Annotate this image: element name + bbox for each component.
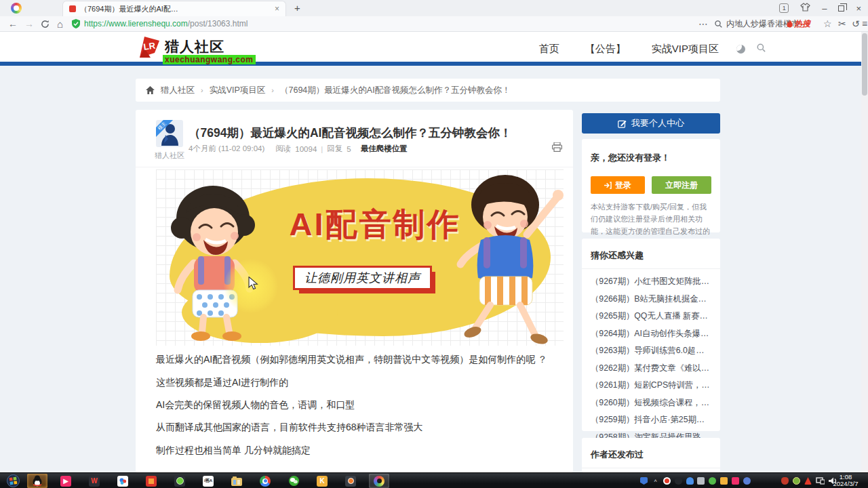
taskbar-chrome-icon[interactable] <box>255 474 275 488</box>
edit-pencil-icon <box>618 119 627 128</box>
home-icon[interactable]: ⌂ <box>57 16 63 31</box>
close-window-button[interactable]: × <box>856 4 861 13</box>
taskbar-orange-app-icon[interactable] <box>141 474 161 488</box>
login-button[interactable]: 登录 <box>591 176 645 194</box>
refresh-icon[interactable] <box>41 16 50 31</box>
interest-item[interactable]: （9259期）抖音小店·第25期，百分百… <box>591 411 711 429</box>
tab-title: （7694期）最近爆火的AI配… <box>80 4 271 14</box>
tray-record-icon[interactable] <box>663 477 671 485</box>
skin-icon[interactable] <box>800 2 810 14</box>
scrollbar-thumb[interactable] <box>862 33 867 96</box>
nav-vip-zone[interactable]: 实战VIP项目区 <box>652 43 719 56</box>
best-floor-link[interactable]: 最佳爬楼位置 <box>361 144 408 154</box>
tray-alert-icon[interactable] <box>804 477 812 485</box>
hero-title: AI配音制作 <box>258 203 492 246</box>
tray-cloud-icon[interactable] <box>686 477 694 485</box>
personal-center-button[interactable]: 我要个人中心 <box>582 113 720 134</box>
browser-logo-icon[interactable] <box>11 3 22 14</box>
taskbar-qq-icon[interactable] <box>27 474 47 488</box>
login-label: 登录 <box>615 180 631 191</box>
tab-close-icon[interactable]: × <box>275 5 279 13</box>
system-clock[interactable]: 1:08 2024/3/7 <box>826 474 865 488</box>
nav-home[interactable]: 首页 <box>539 43 559 56</box>
tray-network-icon[interactable] <box>816 475 825 487</box>
author-posts-card: 作者还发布过 <box>582 438 720 472</box>
author-name[interactable]: 猎人社区 <box>148 150 191 161</box>
taskbar-video-app-icon[interactable]: ▶ <box>56 474 76 488</box>
browser-tab[interactable]: （7694期）最近爆火的AI配… × <box>62 1 286 16</box>
breadcrumb: 猎人社区 › 实战VIP项目区 › （7694期）最近爆火的AI配音视频怎么制作… <box>136 79 720 102</box>
screen: （7694期）最近爆火的AI配… × + 1 – × ← → ⌂ https:/… <box>0 0 868 488</box>
taskbar-notes-app-icon[interactable]: /画A <box>198 474 218 488</box>
breadcrumb-site[interactable]: 猎人社区 <box>161 85 195 96</box>
dark-mode-moon-icon[interactable] <box>736 45 745 54</box>
flame-icon <box>787 20 793 28</box>
restore-button[interactable] <box>838 5 844 12</box>
forward-icon[interactable]: → <box>24 16 34 31</box>
site-logo[interactable]: LR 猎人社区 xuechuangwang.com <box>134 35 224 62</box>
tray-dark-app-icon[interactable] <box>675 477 682 485</box>
article-card: 楼主 猎人社区 （7694期）最近爆火的AI配音视频怎么制作？五分钟教会你！ 4… <box>136 110 573 472</box>
divider <box>582 468 720 468</box>
taskbar-file-manager-icon[interactable] <box>226 474 247 488</box>
taskbar-wechat-icon[interactable] <box>283 474 304 488</box>
tray-pink-app-icon[interactable] <box>732 477 739 485</box>
interest-item[interactable]: （9265期）QQ无人直播 新赛道新玩法 … <box>591 308 711 325</box>
tab-count-badge[interactable]: 1 <box>779 3 789 13</box>
breadcrumb-separator: › <box>201 86 203 94</box>
interest-item[interactable]: （9263期）导师训练营6.0超硬核变现… <box>591 342 711 360</box>
interest-item[interactable]: （9260期）短视频综合课程，剪辑课+… <box>591 394 711 412</box>
register-button[interactable]: 立即注册 <box>652 176 711 194</box>
site-search-icon[interactable] <box>756 43 766 56</box>
tray-pin-icon[interactable] <box>640 477 648 485</box>
back-icon[interactable]: ← <box>8 16 18 31</box>
start-button[interactable] <box>3 474 23 488</box>
taskbar-recorder-icon[interactable] <box>340 474 361 488</box>
breadcrumb-section[interactable]: 实战VIP项目区 <box>210 85 266 96</box>
tray-security-icon[interactable] <box>781 477 789 485</box>
page-scrollbar[interactable] <box>861 32 868 472</box>
new-tab-button[interactable]: + <box>294 2 300 14</box>
login-prompt: 亲，您还没有登录！ <box>591 152 711 164</box>
print-icon[interactable] <box>552 142 562 155</box>
author-avatar[interactable]: 楼主 <box>156 120 183 147</box>
interest-item[interactable]: （9262期）某付费文章《难以 想象，这… <box>591 360 711 378</box>
tray-chevron-icon[interactable]: ˄ <box>652 477 659 485</box>
taskbar-green-app-icon[interactable] <box>170 474 190 488</box>
system-tray-group-1: ˄ <box>640 474 694 488</box>
minimize-button[interactable]: – <box>822 4 827 13</box>
interest-item[interactable]: （9261期）短剧CPS特训营，百亿市场… <box>591 377 711 394</box>
breadcrumb-current: （7694期）最近爆火的AI配音视频怎么制作？五分钟教会你！ <box>280 85 511 96</box>
replies-label: 回复 <box>327 144 342 154</box>
interest-item[interactable]: （9264期）AI自动创作头条爆文最新玩… <box>591 325 711 343</box>
more-options-icon[interactable]: ⋯ <box>698 16 708 31</box>
scissors-icon[interactable]: ✂ <box>838 16 846 31</box>
interest-heading: 猜你还感兴趣 <box>591 247 711 262</box>
search-icon[interactable] <box>714 16 723 31</box>
nav-announcement[interactable]: 【公告】 <box>585 43 626 56</box>
interest-card: 猜你还感兴趣 （9267期）小红书图文矩阵批量做图工… （9266期）B站无脑挂… <box>582 239 720 431</box>
tray-printer-icon[interactable] <box>697 477 705 485</box>
bookmark-star-icon[interactable]: ☆ <box>823 16 832 31</box>
taskbar-blue-suite-icon[interactable] <box>113 474 133 488</box>
logo-domain: xuechuangwang.com <box>163 55 256 64</box>
tray-folder-icon[interactable] <box>720 477 728 485</box>
taskbar-browser-icon[interactable] <box>369 474 389 488</box>
tray-gear-icon[interactable] <box>793 477 800 485</box>
interest-item[interactable]: （9267期）小红书图文矩阵批量做图工… <box>591 273 711 291</box>
security-shield-icon[interactable] <box>72 16 80 31</box>
url-text[interactable]: https://www.lierenshequ.com/post/13063.h… <box>84 16 248 31</box>
tray-settings-icon[interactable] <box>743 477 751 485</box>
divider <box>136 167 573 167</box>
menu-icon[interactable]: ≡ <box>862 16 867 31</box>
login-arrow-icon <box>604 182 612 189</box>
site-nav: 首页 【公告】 实战VIP项目区 <box>539 32 719 66</box>
taskbar-wps-icon[interactable]: W <box>84 474 104 488</box>
hot-search-badge[interactable]: 热搜 <box>787 16 810 31</box>
taskbar-kuaishou-icon[interactable]: K <box>312 474 332 488</box>
site-header: LR 猎人社区 xuechuangwang.com 首页 【公告】 实战VIP项… <box>0 32 868 66</box>
tray-green-shield-icon[interactable] <box>709 477 716 485</box>
undo-icon[interactable]: ↺ <box>852 16 860 31</box>
post-paragraph: 制作过程也相当简单 几分钟就能搞定 <box>156 445 553 457</box>
interest-item[interactable]: （9266期）B站无脑挂机掘金，全自动… <box>591 291 711 308</box>
